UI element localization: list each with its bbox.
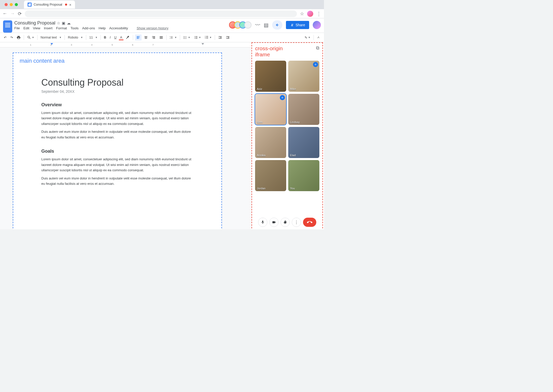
zoom-dropdown[interactable]: ▼ <box>26 34 35 41</box>
video-tile[interactable]: Lindsay <box>288 94 319 125</box>
menu-view[interactable]: View <box>33 26 40 30</box>
video-tile[interactable]: Elad <box>288 127 319 158</box>
text-color-button[interactable]: A <box>119 35 123 40</box>
back-button[interactable]: ← <box>3 11 7 16</box>
window-close-button[interactable] <box>5 3 8 6</box>
window-maximize-button[interactable] <box>15 3 18 6</box>
svg-point-7 <box>194 38 195 39</box>
meet-controls: ⋮ <box>255 215 319 228</box>
share-label: Share <box>296 23 305 27</box>
menu-format[interactable]: Format <box>56 26 67 30</box>
window-controls <box>2 3 20 6</box>
version-history-link[interactable]: Show version history <box>137 26 169 30</box>
section-heading[interactable]: Goals <box>41 149 193 154</box>
video-tile[interactable]: Annika <box>255 127 286 158</box>
tab-strip: Consulting Proposal × <box>0 0 324 9</box>
editing-mode-button[interactable]: ✎ ▼ <box>303 35 312 41</box>
font-size-dropdown[interactable]: 11 ▼ <box>88 35 99 40</box>
menu-help[interactable]: Help <box>98 26 106 30</box>
section-heading[interactable]: Overview <box>41 102 193 108</box>
print-button[interactable] <box>15 34 22 41</box>
highlight-button[interactable] <box>124 34 131 41</box>
font-dropdown[interactable]: Roboto ▼ <box>67 35 84 40</box>
italic-button[interactable]: I <box>108 35 112 40</box>
video-tile[interactable]: You <box>288 160 319 191</box>
right-indent-marker-icon[interactable] <box>202 43 205 47</box>
svg-rect-4 <box>195 36 197 36</box>
browser-menu-button[interactable]: ⋮ <box>316 11 321 17</box>
numbered-list-button[interactable]: 123▼ <box>203 34 213 41</box>
bold-button[interactable]: B <box>103 35 107 40</box>
align-justify-button[interactable] <box>158 34 165 41</box>
svg-rect-12 <box>206 37 208 37</box>
menu-edit[interactable]: Edit <box>23 26 29 30</box>
mute-button[interactable] <box>258 218 267 227</box>
menu-file[interactable]: File <box>14 26 20 30</box>
video-tile[interactable]: ılıBeth <box>255 94 286 125</box>
checklist-button[interactable]: ▼ <box>182 34 192 41</box>
docs-app: Consulting Proposal ☆ ▣ ☁ File Edit View… <box>0 18 324 229</box>
menu-insert[interactable]: Insert <box>44 26 53 30</box>
indent-button[interactable] <box>224 34 231 41</box>
paragraph[interactable]: Lorem ipsum dolor sit amet, consectetuer… <box>41 110 193 126</box>
outdent-button[interactable] <box>217 34 223 41</box>
popout-icon[interactable]: ⧉ <box>316 45 319 51</box>
header-right: 〰 ▤ Share <box>231 20 321 30</box>
reload-button[interactable]: ⟳ <box>18 11 22 17</box>
window-minimize-button[interactable] <box>10 3 13 6</box>
star-icon[interactable]: ☆ <box>57 21 60 25</box>
document-date[interactable]: September 04, 20XX <box>41 89 193 94</box>
line-spacing-button[interactable]: ▼ <box>168 34 178 41</box>
raise-hand-button[interactable] <box>281 218 290 227</box>
menu-accessibility[interactable]: Accessibility <box>109 26 128 30</box>
video-tile[interactable]: Aziz <box>255 61 286 92</box>
paragraph[interactable]: Lorem ipsum dolor sit amet, consectetuer… <box>41 156 193 173</box>
menu-addons[interactable]: Add-ons <box>82 26 95 30</box>
browser-profile-avatar[interactable] <box>307 11 313 17</box>
docs-logo-icon[interactable] <box>3 20 12 33</box>
svg-rect-10 <box>206 36 208 36</box>
address-bar[interactable] <box>25 10 297 17</box>
meet-button[interactable] <box>272 20 282 30</box>
video-call-iframe: cross-originiframe ⧉ Aziz ılıMike ılıBet… <box>252 42 323 229</box>
docs-favicon-icon <box>28 3 32 7</box>
activity-icon[interactable]: 〰 <box>255 22 260 28</box>
svg-rect-2 <box>278 25 278 25</box>
browser-tab[interactable]: Consulting Proposal × <box>24 1 75 9</box>
account-avatar[interactable] <box>313 21 321 29</box>
undo-button[interactable]: ↶ <box>3 35 8 41</box>
menu-tools[interactable]: Tools <box>71 26 79 30</box>
align-right-button[interactable] <box>150 34 157 41</box>
bullet-list-button[interactable]: ▼ <box>193 34 202 41</box>
comments-icon[interactable]: ▤ <box>264 22 269 28</box>
align-left-button[interactable] <box>135 34 142 41</box>
document-page[interactable]: main content area Consulting Proposal Se… <box>13 53 222 229</box>
camera-button[interactable] <box>269 218 279 227</box>
svg-rect-6 <box>195 37 197 37</box>
align-center-button[interactable] <box>143 34 149 41</box>
paragraph[interactable]: Duis autem vel eum iriure dolor in hendr… <box>41 176 193 187</box>
video-tile[interactable]: ılıMike <box>288 61 319 92</box>
more-options-button[interactable]: ⋮ <box>292 218 301 227</box>
document-heading[interactable]: Consulting Proposal <box>41 77 193 88</box>
main-content-annotation: main content area <box>20 58 65 64</box>
tab-close-button[interactable]: × <box>69 3 71 7</box>
underline-button[interactable]: U <box>113 35 118 40</box>
hide-menus-button[interactable]: ㅅ <box>316 34 321 41</box>
collaborator-avatar[interactable] <box>244 21 252 29</box>
video-grid: Aziz ılıMike ılıBeth Lindsay Annika Elad… <box>255 61 319 215</box>
forward-button[interactable]: → <box>10 11 15 16</box>
share-button[interactable]: Share <box>286 21 309 29</box>
bookmark-star-icon[interactable]: ☆ <box>300 11 304 17</box>
docs-header: Consulting Proposal ☆ ▣ ☁ File Edit View… <box>0 18 324 33</box>
redo-button[interactable]: ↷ <box>9 35 14 41</box>
style-dropdown[interactable]: Normal text ▼ <box>39 35 63 40</box>
ruler[interactable]: 1 2 3 4 5 6 7 <box>0 42 252 47</box>
paragraph[interactable]: Duis autem vel eum iriure dolor in hendr… <box>41 129 193 140</box>
video-tile[interactable]: Jordan <box>255 160 286 191</box>
move-folder-icon[interactable]: ▣ <box>62 21 65 25</box>
url-bar: ← → ⟳ ☆ ⋮ <box>0 9 324 18</box>
document-title[interactable]: Consulting Proposal <box>14 20 55 26</box>
iframe-annotation: cross-originiframe <box>255 45 283 58</box>
hangup-button[interactable] <box>303 218 316 227</box>
